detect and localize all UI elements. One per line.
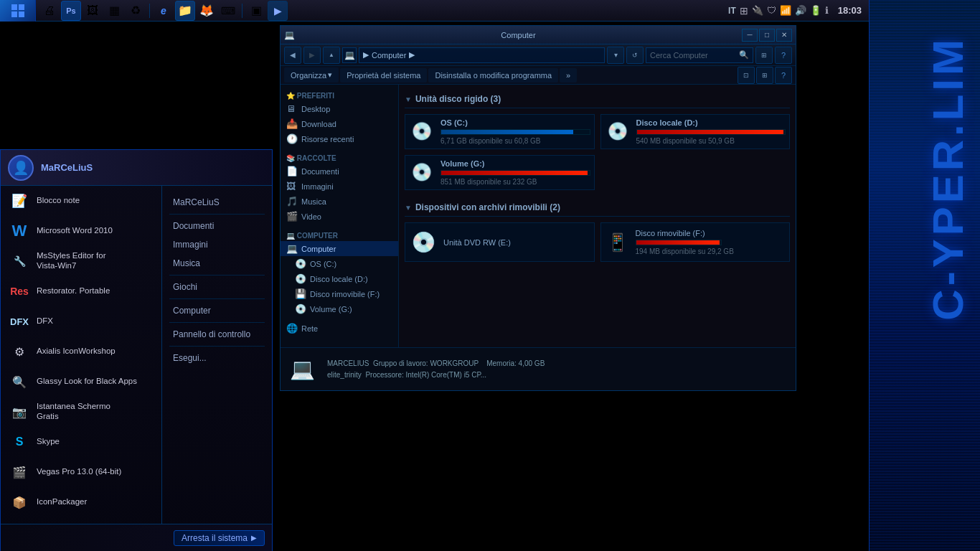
right-esegui[interactable]: Esegui... bbox=[162, 349, 272, 367]
start-button[interactable] bbox=[0, 0, 36, 22]
app-msstyles[interactable]: 🔧 MsStyles Editor forVista-Win7 bbox=[1, 246, 161, 276]
firefox-icon[interactable]: 🦊 bbox=[197, 1, 217, 21]
right-computer[interactable]: Computer bbox=[162, 301, 272, 320]
keyboard-icon[interactable]: ⌨ bbox=[218, 1, 238, 21]
volume-icon[interactable]: 🔊 bbox=[795, 5, 806, 16]
axialis-label: Axialis IconWorkshop bbox=[37, 347, 116, 357]
sidebar-diskd[interactable]: 💿 Disco locale (D:) bbox=[281, 271, 398, 286]
more-button[interactable]: » bbox=[560, 68, 577, 83]
folder-icon[interactable]: 📁 bbox=[175, 1, 195, 21]
view-toggle-button[interactable]: ⊡ bbox=[738, 67, 755, 84]
axialis-icon: ⚙ bbox=[8, 340, 31, 363]
sidebar-rete[interactable]: 🌐 Rete bbox=[281, 321, 398, 336]
maximize-button[interactable]: □ bbox=[759, 29, 775, 42]
disk-d[interactable]: 💿 Disco locale (D:) 540 MB disponibile s… bbox=[600, 114, 791, 149]
help-menu-button[interactable]: ? bbox=[775, 67, 792, 84]
search-bar[interactable]: Cerca Computer 🔍 bbox=[646, 47, 753, 63]
app-axialis[interactable]: ⚙ Axialis IconWorkshop bbox=[1, 336, 161, 367]
right-username[interactable]: MaRCeLiuS bbox=[162, 193, 272, 212]
skype-icon: S bbox=[8, 430, 31, 453]
sidebar-video[interactable]: 🎬 Video bbox=[281, 209, 398, 224]
layout-button[interactable]: ⊞ bbox=[756, 67, 773, 84]
sidebar-download[interactable]: 📥 Download bbox=[281, 116, 398, 131]
osc-icon: 💿 bbox=[295, 258, 306, 269]
forward-button[interactable]: ▶ bbox=[303, 47, 321, 64]
disk-c-bar-bg bbox=[440, 129, 590, 135]
right-immagini[interactable]: Immagini bbox=[162, 235, 272, 254]
disk-c[interactable]: 💿 OS (C:) 6,71 GB disponibile su 60,8 GB bbox=[405, 114, 595, 149]
disk-f[interactable]: 📱 Disco rimovibile (F:) 194 MB disponibi… bbox=[600, 222, 791, 262]
back-button[interactable]: ◀ bbox=[284, 47, 301, 64]
desktop-label: Desktop bbox=[301, 105, 330, 113]
sidebar-osc[interactable]: 💿 OS (C:) bbox=[281, 256, 398, 271]
right-pannello[interactable]: Pannello di controllo bbox=[162, 325, 272, 344]
play-icon[interactable]: ▶ bbox=[268, 1, 288, 21]
proprieta-button[interactable]: Proprietà del sistema bbox=[340, 68, 427, 83]
computer-tree-label: Computer bbox=[301, 245, 336, 253]
disk-g[interactable]: 💿 Volume (G:) 851 MB disponibile su 232 … bbox=[405, 155, 595, 190]
topbar-separator-2 bbox=[242, 4, 242, 18]
start-menu-body: 📝 Blocco note W Microsoft Word 2010 🔧 Ms… bbox=[1, 186, 272, 524]
close-button[interactable]: ✕ bbox=[776, 29, 792, 42]
disk-f-bar-bg bbox=[636, 240, 722, 245]
shield-icon[interactable]: 🛡 bbox=[767, 5, 776, 16]
hard-drives-section[interactable]: ▼ Unità disco rigido (3) bbox=[405, 90, 790, 108]
app-vegas[interactable]: 🎬 Vegas Pro 13.0 (64-bit) bbox=[1, 457, 161, 487]
sidebar-diskf[interactable]: 💾 Disco rimovibile (F:) bbox=[281, 286, 398, 301]
right-documenti[interactable]: Documenti bbox=[162, 217, 272, 235]
refresh-button[interactable]: ↺ bbox=[626, 47, 644, 64]
help-button[interactable]: ? bbox=[775, 47, 792, 64]
address-bar[interactable]: ▶ Computer ▶ bbox=[359, 47, 605, 63]
removable-section[interactable]: ▼ Dispositivi con archivi rimovibili (2) bbox=[405, 199, 790, 217]
address-dropdown-button[interactable]: ▾ bbox=[607, 47, 624, 64]
lib-musica-label: Musica bbox=[301, 197, 326, 206]
battery-icon[interactable]: 🔋 bbox=[810, 5, 821, 16]
photoshop-icon[interactable]: Ps bbox=[61, 1, 81, 21]
image-viewer-icon[interactable]: 🖼 bbox=[83, 1, 103, 21]
calculator-icon[interactable]: ▦ bbox=[104, 1, 124, 21]
up-button[interactable]: ▲ bbox=[323, 47, 340, 64]
app-dfx[interactable]: DFX DFX bbox=[1, 306, 161, 336]
sidebar-computer[interactable]: 💻 Computer bbox=[281, 241, 398, 256]
sidebar-musica[interactable]: 🎵 Musica bbox=[281, 194, 398, 209]
right-divider3 bbox=[169, 298, 265, 299]
sidebar-recent[interactable]: 🕐 Risorse recenti bbox=[281, 131, 398, 146]
app-glassy[interactable]: 🔍 Glassy Look for Black Apps bbox=[1, 367, 161, 397]
sidebar-desktop[interactable]: 🖥 Desktop bbox=[281, 101, 398, 116]
organizza-button[interactable]: Organizza ▾ bbox=[284, 67, 339, 83]
network-icon[interactable]: 🔌 bbox=[752, 5, 763, 16]
sidebar-volumeg[interactable]: 💿 Volume (G:) bbox=[281, 301, 398, 316]
dfx-icon: DFX bbox=[8, 310, 31, 333]
minimize-button[interactable]: ─ bbox=[742, 29, 758, 42]
app-restorator[interactable]: Res Restorator. Portable bbox=[1, 276, 161, 306]
volumeg-icon: 💿 bbox=[295, 303, 306, 314]
view-button[interactable]: ⊞ bbox=[755, 47, 773, 64]
shutdown-button[interactable]: Arresta il sistema ▶ bbox=[174, 530, 265, 546]
word-label: Microsoft Word 2010 bbox=[37, 226, 113, 236]
status-line-2: elite_trinity Processore: Intel(R) Core(… bbox=[327, 369, 788, 381]
restorator-label: Restorator. Portable bbox=[37, 286, 110, 296]
media-player-icon[interactable]: ▣ bbox=[246, 1, 266, 21]
app-word[interactable]: W Microsoft Word 2010 bbox=[1, 216, 161, 246]
app-attivita[interactable]: 🚀 Attività iniziali bbox=[1, 517, 161, 524]
esegui-label: Esegui... bbox=[173, 353, 207, 363]
app-screenshot[interactable]: 📷 Istantanea SchermoGratis bbox=[1, 397, 161, 427]
disinstalla-button[interactable]: Disinstalla o modifica programma bbox=[428, 68, 558, 83]
app-iconpackager[interactable]: 📦 IconPackager bbox=[1, 487, 161, 517]
sidebar-documenti[interactable]: 📄 Documenti bbox=[281, 164, 398, 179]
app-blocco-note[interactable]: 📝 Blocco note bbox=[1, 186, 161, 216]
vegas-label: Vegas Pro 13.0 (64-bit) bbox=[37, 467, 121, 477]
right-giochi[interactable]: Giochi bbox=[162, 278, 272, 296]
dvd-e[interactable]: 💿 Unità DVD RW (E:) bbox=[405, 222, 595, 262]
info-icon[interactable]: ℹ bbox=[825, 5, 829, 16]
giochi-label: Giochi bbox=[173, 282, 197, 292]
app-skype[interactable]: S Skype bbox=[1, 427, 161, 457]
ie-icon[interactable]: e bbox=[154, 1, 174, 21]
ccleaner-icon[interactable]: ♻ bbox=[126, 1, 146, 21]
windows-orb-icon[interactable]: ⊞ bbox=[740, 5, 748, 17]
sidebar-immagini[interactable]: 🖼 Immagini bbox=[281, 179, 398, 194]
language-indicator[interactable]: IT bbox=[728, 6, 736, 16]
wifi-icon[interactable]: 📶 bbox=[780, 5, 791, 16]
printer-icon[interactable]: 🖨 bbox=[39, 1, 60, 21]
right-musica[interactable]: Musica bbox=[162, 254, 272, 273]
